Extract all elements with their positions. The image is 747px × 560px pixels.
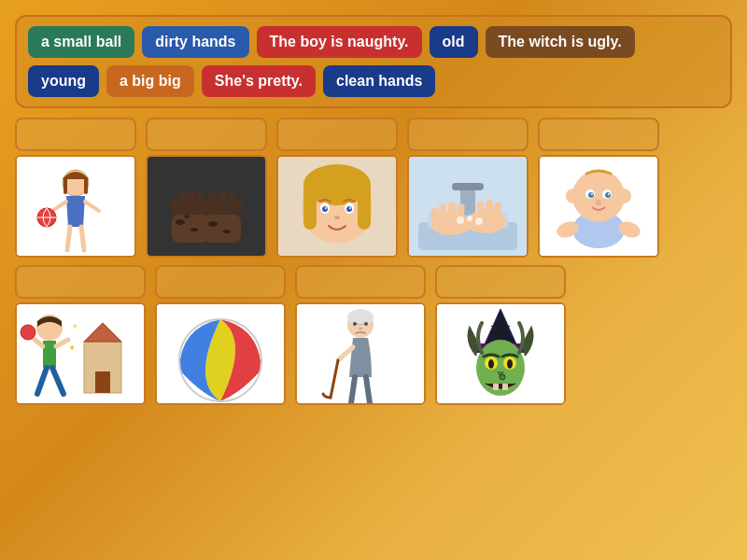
svg-rect-26: [204, 215, 241, 243]
svg-point-95: [359, 328, 362, 330]
grid-cell-girl-ball: [15, 118, 136, 258]
image-big-ball: [155, 302, 286, 405]
svg-rect-84: [95, 371, 110, 393]
svg-rect-111: [502, 384, 508, 390]
grid-row-1: [15, 118, 732, 258]
svg-point-36: [322, 206, 328, 212]
svg-point-109: [500, 374, 505, 380]
illus-girl-ball: [17, 157, 134, 256]
svg-point-71: [608, 193, 610, 195]
grid-cell-big-ball: [155, 265, 286, 405]
svg-point-38: [325, 207, 327, 209]
svg-line-7: [81, 227, 84, 250]
grid-cell-dirty-hands: [146, 118, 267, 258]
drop-zone-naughty-boy[interactable]: [15, 265, 146, 299]
image-old-person: [295, 302, 426, 405]
svg-point-20: [184, 215, 190, 218]
chip-boy-naughty[interactable]: The boy is naughty.: [257, 26, 422, 58]
image-dirty-hands: [146, 155, 267, 258]
grid-cell-baby: [538, 118, 659, 258]
image-witch: [435, 302, 566, 405]
svg-point-39: [349, 207, 351, 209]
illus-naughty-boy: * ✦: [17, 304, 144, 403]
chip-young[interactable]: young: [28, 65, 99, 97]
svg-point-18: [176, 219, 185, 225]
drop-zone-clean-hands[interactable]: [407, 118, 529, 151]
illus-pretty-girl: [278, 157, 396, 256]
svg-line-6: [67, 227, 70, 250]
svg-point-64: [566, 189, 581, 203]
svg-point-58: [457, 217, 464, 224]
image-naughty-boy: * ✦: [15, 302, 146, 405]
svg-text:✦: ✦: [68, 343, 76, 353]
image-pretty-girl: [276, 155, 398, 258]
svg-point-72: [596, 200, 601, 205]
illus-dirty-hands: [148, 157, 265, 256]
svg-rect-45: [452, 183, 484, 190]
drop-zone-witch[interactable]: [435, 265, 566, 299]
svg-point-93: [353, 322, 357, 326]
svg-point-60: [475, 217, 483, 225]
svg-point-27: [208, 221, 218, 227]
drop-zone-big-ball[interactable]: [155, 265, 286, 299]
grid-cell-pretty-girl: [276, 118, 398, 258]
svg-point-92: [347, 309, 374, 326]
drop-zone-girl-ball[interactable]: [15, 118, 136, 151]
svg-point-107: [488, 359, 494, 369]
grid-cell-witch: [435, 265, 566, 405]
svg-point-81: [21, 325, 35, 340]
svg-rect-110: [493, 384, 499, 390]
svg-point-59: [467, 216, 472, 221]
chip-old[interactable]: old: [430, 26, 478, 58]
svg-rect-51: [439, 203, 446, 224]
svg-rect-3: [84, 177, 88, 194]
svg-point-37: [346, 206, 352, 212]
svg-rect-32: [303, 183, 317, 230]
illus-clean-hands: [409, 157, 527, 256]
svg-rect-2: [63, 177, 67, 194]
grid-row-2: * ✦: [15, 265, 732, 405]
svg-text:*: *: [73, 322, 78, 335]
chip-dirty-hands[interactable]: dirty hands: [142, 26, 248, 58]
word-row-1: a small ball dirty hands The boy is naug…: [28, 26, 719, 58]
svg-point-108: [507, 359, 513, 369]
word-row-2: young a big big She's pretty. clean hand…: [28, 65, 719, 97]
svg-point-28: [223, 230, 231, 233]
svg-point-19: [190, 228, 198, 231]
svg-line-98: [351, 377, 355, 403]
svg-point-68: [588, 192, 594, 198]
word-bank: a small ball dirty hands The boy is naug…: [15, 15, 732, 108]
svg-point-70: [591, 193, 593, 195]
svg-rect-52: [448, 202, 456, 224]
chip-shes-pretty[interactable]: She's pretty.: [202, 65, 316, 97]
chip-clean-hands[interactable]: clean hands: [323, 65, 435, 97]
drop-zone-dirty-hands[interactable]: [146, 118, 267, 151]
svg-point-40: [334, 216, 340, 219]
main-container: a small ball dirty hands The boy is naug…: [0, 0, 747, 420]
grid-cell-old-person: [295, 265, 426, 405]
chip-witch-ugly[interactable]: The witch is ugly.: [486, 26, 635, 58]
grid-cell-clean-hands: [407, 118, 529, 258]
image-baby: [538, 155, 659, 258]
chip-small-ball[interactable]: a small ball: [28, 26, 134, 58]
image-girl-ball: [15, 155, 136, 258]
illus-witch: [437, 304, 564, 403]
chip-big-big[interactable]: a big big: [106, 65, 194, 97]
image-clean-hands: [407, 155, 529, 258]
grid-cell-naughty-boy: * ✦: [15, 265, 146, 405]
drop-zone-pretty-girl[interactable]: [276, 118, 398, 151]
svg-point-65: [616, 189, 631, 203]
illus-big-ball: [157, 304, 284, 403]
svg-point-69: [605, 192, 611, 198]
svg-point-94: [364, 322, 368, 326]
svg-rect-56: [486, 200, 493, 224]
svg-rect-33: [358, 183, 371, 230]
illus-old-person: [297, 304, 424, 403]
drop-zone-old-person[interactable]: [295, 265, 426, 299]
svg-line-99: [366, 377, 370, 403]
grid-section: * ✦: [15, 118, 732, 405]
svg-point-112: [497, 327, 504, 334]
svg-rect-75: [17, 304, 144, 403]
illus-baby: [540, 157, 657, 256]
drop-zone-baby[interactable]: [538, 118, 659, 151]
